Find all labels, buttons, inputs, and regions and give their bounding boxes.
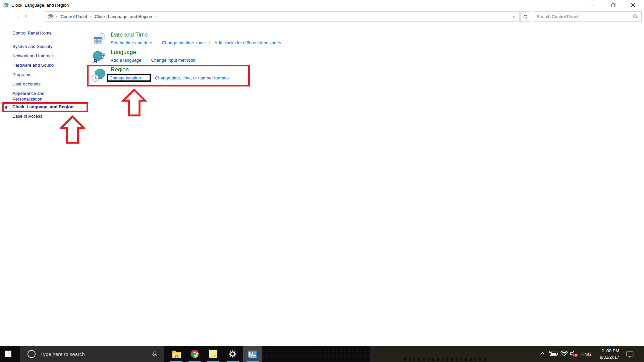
minimize-icon [591, 3, 595, 7]
sidebar-item-system-and-security[interactable]: System and Security [12, 44, 67, 49]
link-change-location[interactable]: Change location [108, 75, 141, 80]
taskbar-app-settings[interactable] [223, 346, 242, 362]
battery-charging-icon[interactable] [549, 350, 559, 357]
start-button[interactable] [0, 346, 16, 362]
taskbar-app-control-panel[interactable] [243, 346, 262, 362]
close-icon [631, 3, 635, 7]
close-button[interactable] [625, 0, 641, 10]
active-item-bullet [5, 106, 7, 109]
sidebar-control-panel-home[interactable]: Control Panel Home [12, 30, 67, 36]
breadcrumb-current-page[interactable]: Clock, Language, and Region [95, 14, 152, 19]
link-change-time-zone[interactable]: Change the time zone [162, 40, 205, 45]
sidebar-item-hardware-and-sound[interactable]: Hardware and Sound [12, 62, 67, 68]
app-running-indicator [170, 361, 182, 362]
restore-button[interactable] [605, 0, 621, 10]
window-title: Clock, Language, and Region [11, 3, 69, 8]
link-change-input-methods[interactable]: Change input methods [151, 58, 195, 63]
restore-icon [611, 3, 615, 7]
background-window-edge [370, 346, 374, 362]
clipped-background-text [404, 358, 486, 361]
link-separator: | [209, 40, 210, 45]
globe-clock-icon[interactable] [91, 68, 107, 83]
sidebar-item-programs[interactable]: Programs [12, 72, 67, 77]
sidebar-item-network-and-internet[interactable]: Network and Internet [12, 53, 67, 59]
section-title-language[interactable]: Language [111, 49, 136, 56]
app-running-indicator [207, 361, 219, 362]
taskbar-clock[interactable]: 2□08 PM 8/31/2017 [594, 348, 619, 360]
link-separator: | [157, 40, 158, 45]
refresh-button[interactable] [520, 11, 530, 22]
annotation-arrow-sidebar [60, 115, 85, 145]
taskbar-search[interactable]: Type here to search [20, 346, 164, 362]
language-links: Add a language | Change input methods [111, 58, 195, 63]
annotation-box-change-location: Change location [107, 74, 151, 82]
taskbar-texture [263, 351, 369, 352]
calendar-clock-icon[interactable] [93, 33, 106, 46]
globe-language-icon[interactable]: A [92, 50, 107, 64]
windows-logo-icon [5, 351, 11, 357]
breadcrumb-control-panel[interactable]: Control Panel [61, 14, 87, 19]
link-add-a-language[interactable]: Add a language [111, 58, 141, 63]
sidebar-item-clock-language-region[interactable]: Clock, Language, and Region [12, 104, 73, 110]
link-set-time-and-date[interactable]: Set the time and date [111, 40, 152, 45]
taskbar-app-sticky-notes[interactable] [204, 346, 222, 362]
app-running-indicator [189, 361, 201, 362]
taskbar-app-file-explorer[interactable] [167, 346, 186, 362]
control-panel-search[interactable] [533, 11, 642, 22]
action-center-icon[interactable] [626, 351, 634, 359]
input-language-indicator[interactable]: ENG [581, 352, 591, 357]
address-bar[interactable]: › Control Panel › Clock, Language, and R… [45, 11, 520, 22]
control-panel-icon [248, 351, 257, 358]
volume-muted-icon[interactable] [570, 350, 578, 358]
recent-pages-chevron[interactable]: ∨ [24, 13, 28, 18]
tray-date: 8/31/2017 [594, 354, 619, 360]
up-button[interactable]: ↑ [33, 13, 36, 19]
microphone-icon[interactable] [151, 350, 158, 358]
date-and-time-links: Set the time and date | Change the time … [111, 40, 281, 45]
link-separator: | [146, 58, 147, 63]
refresh-icon [523, 14, 528, 19]
address-dropdown-chevron[interactable]: ∨ [512, 14, 515, 19]
section-title-date-and-time[interactable]: Date and Time [111, 32, 148, 38]
app-running-indicator [227, 361, 239, 362]
search-icon[interactable] [633, 14, 638, 19]
taskbar-texture [263, 356, 369, 357]
sidebar-item-appearance-and-personalization[interactable]: Appearance and Personalization [12, 90, 67, 102]
breadcrumb-chevron[interactable]: › [56, 14, 58, 19]
svg-text:A: A [93, 58, 97, 64]
wifi-icon[interactable] [560, 350, 568, 357]
forward-button[interactable]: → [15, 13, 20, 19]
hidden-icons-chevron[interactable] [539, 351, 545, 356]
sidebar-item-ease-of-access[interactable]: Ease of Access [12, 113, 67, 119]
location-icon [47, 14, 53, 19]
sticky-notes-icon [209, 350, 217, 358]
tray-time: 2□08 PM [594, 348, 619, 354]
annotation-arrow-region [121, 88, 148, 117]
minimize-button[interactable] [585, 0, 601, 10]
taskbar-app-chrome[interactable] [185, 346, 204, 362]
title-bar: Clock, Language, and Region [0, 0, 644, 11]
cortana-icon[interactable] [28, 350, 36, 358]
taskbar-search-placeholder[interactable]: Type here to search [40, 351, 85, 357]
breadcrumb-chevron[interactable]: › [90, 14, 92, 19]
sidebar-item-user-accounts[interactable]: User Accounts [12, 81, 67, 87]
app-running-indicator [247, 361, 259, 362]
link-change-date-time-formats[interactable]: Change date, time, or number formats [155, 75, 229, 80]
link-add-clocks[interactable]: Add clocks for different time zones [215, 40, 281, 45]
chrome-icon [190, 350, 199, 358]
search-input[interactable] [533, 14, 633, 19]
file-explorer-icon [172, 350, 181, 358]
breadcrumb-chevron[interactable]: › [155, 14, 157, 19]
section-title-region[interactable]: Region [111, 66, 129, 73]
back-button[interactable]: ← [4, 13, 10, 19]
app-icon [3, 3, 9, 8]
settings-gear-icon [228, 350, 237, 358]
